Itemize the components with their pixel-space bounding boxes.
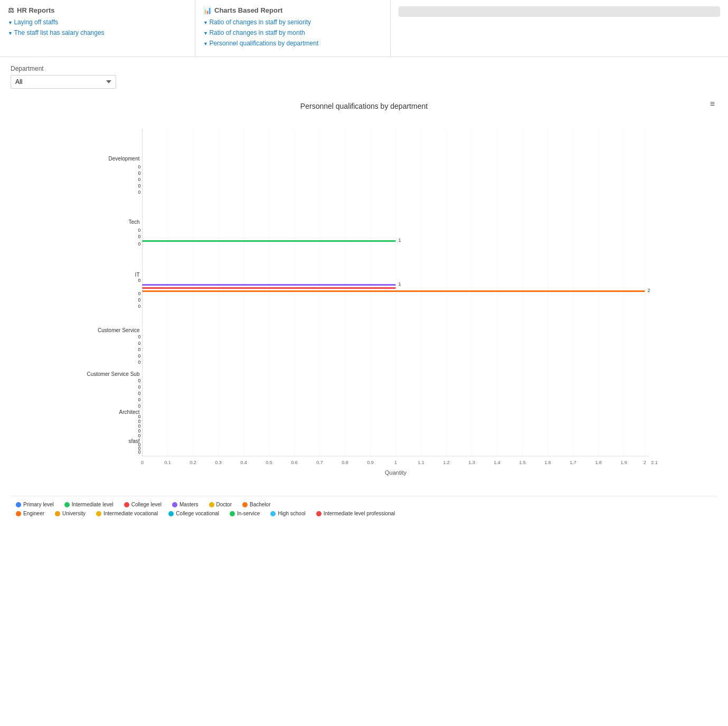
top-navigation: ⚖ HR Reports Laying off staffs The staff… xyxy=(0,0,728,57)
svg-text:Customer Service: Customer Service xyxy=(98,327,140,333)
nav-link-laying-off[interactable]: Laying off staffs xyxy=(8,18,187,26)
svg-text:0: 0 xyxy=(138,304,140,309)
legend-label-int-prof: Intermediate level professional xyxy=(324,511,395,516)
svg-text:1.8: 1.8 xyxy=(595,460,602,465)
charts-title: 📊 Charts Based Report xyxy=(203,6,382,14)
svg-text:0: 0 xyxy=(138,360,140,365)
chart-svg: Development 0 0 0 0 0 Tech 0 0 1 0 IT 0 xyxy=(11,118,717,488)
nav-link-salary-changes[interactable]: The staff list has salary changes xyxy=(8,29,187,36)
svg-text:0.4: 0.4 xyxy=(240,460,247,465)
svg-text:0: 0 xyxy=(138,171,140,176)
chart-legend: Primary level Intermediate level College… xyxy=(11,496,717,522)
svg-text:0.6: 0.6 xyxy=(291,460,298,465)
svg-text:0: 0 xyxy=(138,384,140,390)
legend-label-college: College level xyxy=(131,502,162,507)
legend-college-level: College level xyxy=(124,502,162,507)
hr-reports-title: ⚖ HR Reports xyxy=(8,6,187,14)
legend-label-university: University xyxy=(62,511,86,516)
svg-text:1: 1 xyxy=(399,281,401,287)
svg-text:2.1: 2.1 xyxy=(651,460,658,465)
svg-text:0: 0 xyxy=(138,403,140,409)
svg-text:1.9: 1.9 xyxy=(620,460,627,465)
svg-text:Development: Development xyxy=(109,156,140,162)
legend-dot-bachelor xyxy=(242,502,248,507)
svg-text:0: 0 xyxy=(141,460,144,465)
legend-engineer: Engineer xyxy=(16,511,44,516)
svg-text:0: 0 xyxy=(138,397,140,402)
legend-dot-int-prof xyxy=(316,511,322,516)
legend-label-bachelor: Bachelor xyxy=(250,502,270,507)
legend-dot-col-voc xyxy=(168,511,174,516)
search-bar xyxy=(399,6,720,17)
svg-text:0: 0 xyxy=(138,449,140,455)
legend-doctor: Doctor xyxy=(209,502,232,507)
svg-text:Tech: Tech xyxy=(128,219,139,225)
legend-primary-level: Primary level xyxy=(16,502,54,507)
legend-dot-high-school xyxy=(270,511,276,516)
legend-label-engineer: Engineer xyxy=(23,511,44,516)
svg-text:0: 0 xyxy=(138,297,140,303)
svg-text:2: 2 xyxy=(648,288,650,293)
legend-intermediate-vocational: Intermediate vocational xyxy=(96,511,158,516)
svg-rect-38 xyxy=(143,287,396,289)
svg-text:1: 1 xyxy=(394,460,397,465)
svg-text:0: 0 xyxy=(138,347,140,352)
legend-label-masters: Masters xyxy=(179,502,198,507)
chart-title: Personnel qualifications by department xyxy=(11,102,717,110)
legend-high-school: High school xyxy=(270,511,305,516)
legend-label-high-school: High school xyxy=(278,511,305,516)
legend-college-vocational: College vocational xyxy=(168,511,219,516)
svg-text:0: 0 xyxy=(138,241,140,247)
legend-university: University xyxy=(55,511,86,516)
charts-section: 📊 Charts Based Report Ratio of changes i… xyxy=(195,0,391,56)
legend-label-col-voc: College vocational xyxy=(176,511,219,516)
legend-dot-int-voc xyxy=(96,511,101,516)
svg-text:Quantity: Quantity xyxy=(385,469,406,476)
chart-menu-icon[interactable]: ≡ xyxy=(710,99,715,109)
legend-dot-college xyxy=(124,502,129,507)
svg-text:0.2: 0.2 xyxy=(190,460,196,465)
main-content: Department All Personnel qualifications … xyxy=(0,57,728,535)
filter-section: Department All xyxy=(11,65,717,89)
svg-text:0: 0 xyxy=(138,234,140,239)
svg-text:1.2: 1.2 xyxy=(443,460,450,465)
legend-dot-primary xyxy=(16,502,21,507)
svg-rect-39 xyxy=(143,290,645,292)
svg-text:0: 0 xyxy=(138,334,140,340)
svg-text:0: 0 xyxy=(138,341,140,346)
svg-text:0.9: 0.9 xyxy=(367,460,374,465)
svg-text:0: 0 xyxy=(138,164,140,169)
svg-text:0.5: 0.5 xyxy=(266,460,272,465)
svg-text:0: 0 xyxy=(138,391,140,396)
legend-label-int-voc: Intermediate vocational xyxy=(103,511,158,516)
legend-label-doctor: Doctor xyxy=(216,502,232,507)
hr-reports-section: ⚖ HR Reports Laying off staffs The staff… xyxy=(0,0,195,56)
svg-text:0: 0 xyxy=(138,183,140,188)
svg-text:0: 0 xyxy=(138,291,140,296)
svg-text:0: 0 xyxy=(138,228,140,233)
svg-text:1.3: 1.3 xyxy=(468,460,475,465)
legend-label-intermediate: Intermediate level xyxy=(72,502,114,507)
svg-text:0.1: 0.1 xyxy=(164,460,171,465)
svg-text:0: 0 xyxy=(138,433,140,438)
svg-text:1.1: 1.1 xyxy=(418,460,424,465)
legend-bachelor: Bachelor xyxy=(242,502,270,507)
nav-link-by-department[interactable]: Personnel qualifications by department xyxy=(203,40,382,47)
department-label: Department xyxy=(11,65,717,72)
svg-text:0.3: 0.3 xyxy=(215,460,222,465)
svg-rect-36 xyxy=(143,284,396,286)
legend-dot-intermediate xyxy=(64,502,70,507)
legend-label-primary: Primary level xyxy=(23,502,54,507)
department-select[interactable]: All xyxy=(11,75,116,89)
nav-link-seniority[interactable]: Ratio of changes in staff by seniority xyxy=(203,18,382,26)
svg-text:1.5: 1.5 xyxy=(519,460,526,465)
svg-text:0.8: 0.8 xyxy=(342,460,348,465)
svg-rect-31 xyxy=(143,240,396,242)
svg-text:2: 2 xyxy=(644,460,646,465)
nav-link-by-month[interactable]: Ratio of changes in staff by month xyxy=(203,29,382,36)
chart-container: Personnel qualifications by department ≡ xyxy=(11,97,717,527)
svg-text:0: 0 xyxy=(138,278,140,283)
svg-text:0: 0 xyxy=(138,353,140,359)
legend-label-in-service: In-service xyxy=(237,511,260,516)
legend-dot-in-service xyxy=(230,511,235,516)
